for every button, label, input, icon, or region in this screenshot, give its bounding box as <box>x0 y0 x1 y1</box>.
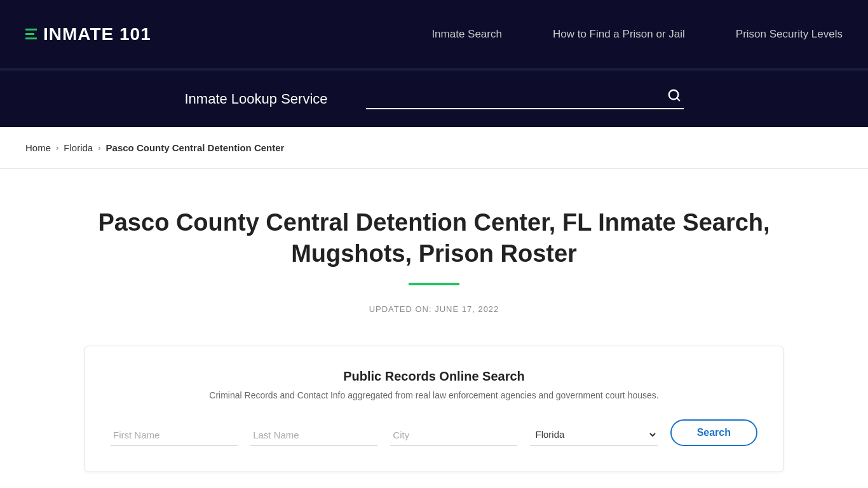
page-title: Pasco County Central Detention Center, F… <box>85 207 783 270</box>
title-underline <box>409 283 459 285</box>
first-name-input[interactable] <box>111 424 238 446</box>
breadcrumb-state[interactable]: Florida <box>64 142 93 153</box>
updated-date: UPDATED ON: JUNE 17, 2022 <box>25 304 843 314</box>
search-input-wrapper <box>366 88 684 109</box>
nav-security-levels[interactable]: Prison Security Levels <box>736 28 843 41</box>
search-input[interactable] <box>366 89 665 105</box>
nav-links: Inmate Search How to Find a Prison or Ja… <box>431 28 843 41</box>
search-button[interactable]: Search <box>670 419 757 446</box>
search-bar-section: Inmate Lookup Service <box>0 70 868 127</box>
site-logo[interactable]: INMATE 101 <box>25 24 151 44</box>
form-card-subtitle: Criminal Records and Contact Info aggreg… <box>111 390 757 400</box>
nav-inmate-search[interactable]: Inmate Search <box>431 28 502 41</box>
search-icon-button[interactable] <box>665 88 684 105</box>
breadcrumb: Home › Florida › Pasco County Central De… <box>0 127 868 169</box>
svg-line-1 <box>677 98 679 100</box>
city-field <box>390 424 517 446</box>
breadcrumb-home[interactable]: Home <box>25 142 51 153</box>
nav-find-prison[interactable]: How to Find a Prison or Jail <box>553 28 685 41</box>
last-name-field <box>250 424 377 446</box>
top-navigation: INMATE 101 Inmate Search How to Find a P… <box>0 0 868 70</box>
breadcrumb-separator-2: › <box>98 143 100 152</box>
state-select[interactable]: AlabamaAlaskaArizonaArkansasCaliforniaCo… <box>530 423 657 446</box>
search-form-row: AlabamaAlaskaArizonaArkansasCaliforniaCo… <box>111 419 757 446</box>
search-form-card: Public Records Online Search Criminal Re… <box>85 346 783 472</box>
state-field: AlabamaAlaskaArizonaArkansasCaliforniaCo… <box>530 423 657 446</box>
breadcrumb-separator-1: › <box>56 143 58 152</box>
search-bar-label: Inmate Lookup Service <box>184 91 327 107</box>
city-input[interactable] <box>390 424 517 446</box>
form-card-title: Public Records Online Search <box>111 369 757 384</box>
main-content: Pasco County Central Detention Center, F… <box>0 169 868 488</box>
logo-text: INMATE 101 <box>43 24 151 44</box>
first-name-field <box>111 424 238 446</box>
last-name-input[interactable] <box>250 424 377 446</box>
breadcrumb-current: Pasco County Central Detention Center <box>106 142 285 153</box>
logo-icon <box>25 29 37 39</box>
search-icon <box>667 88 681 102</box>
